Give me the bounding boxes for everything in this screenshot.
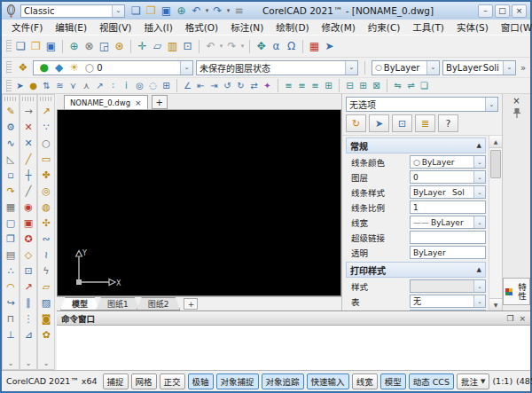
zoom-previous-icon[interactable]: Ω xyxy=(284,39,299,54)
line-scale-field[interactable]: 1 xyxy=(410,200,486,214)
tool-icon[interactable]: ∶ xyxy=(106,80,120,92)
tool-icon[interactable]: ⋮ xyxy=(20,310,36,326)
tool-icon[interactable]: ⇄ xyxy=(247,80,261,92)
tool-icon[interactable]: ✿ xyxy=(38,326,54,342)
refresh-selection-icon[interactable]: ↻ xyxy=(346,114,366,132)
tool-icon[interactable]: ✕ xyxy=(20,119,36,135)
scroll-up-icon[interactable]: ▲ xyxy=(489,136,502,148)
print-icon[interactable]: ⊕ xyxy=(66,39,82,54)
layer-combo[interactable]: 0⌄ xyxy=(410,170,486,184)
tool-icon[interactable]: ▱ xyxy=(38,279,54,295)
tool-icon[interactable]: ╱ xyxy=(20,151,36,167)
tool-icon[interactable]: ⋏ xyxy=(80,80,93,92)
save-icon[interactable]: ▣ xyxy=(159,4,174,19)
layout-tab-model[interactable]: 模型 xyxy=(60,297,99,310)
palette-close-icon[interactable]: × xyxy=(512,96,520,107)
tool-icon[interactable]: ✎ xyxy=(3,103,19,119)
tool-icon[interactable]: ∥ xyxy=(20,295,36,310)
selection-filter-combo[interactable]: 无选项 ⌄ xyxy=(346,97,498,112)
print-settings-icon[interactable]: ⊗ xyxy=(82,39,97,54)
tool-icon[interactable]: ⋎ xyxy=(66,80,80,92)
tool-icon[interactable]: ● xyxy=(27,80,40,92)
line-style-combo[interactable]: ByLayerSol⌄ xyxy=(410,185,486,199)
tool-icon[interactable]: ≡ xyxy=(295,80,309,92)
toolbar-grip[interactable] xyxy=(4,97,17,101)
tool-icon[interactable]: ▭ xyxy=(38,151,54,167)
command-float-icon[interactable]: ❐ xyxy=(506,314,513,323)
tool-icon[interactable]: ↗ xyxy=(38,103,54,119)
pan-icon[interactable]: ✥ xyxy=(254,39,269,54)
layer-on-icon[interactable]: ● xyxy=(36,60,51,75)
toolbar-overflow-icon[interactable]: ⌄ xyxy=(8,358,14,369)
tool-icon[interactable]: ∠ xyxy=(181,80,194,92)
help-icon[interactable]: ? xyxy=(438,114,458,132)
menu-format[interactable]: 格式(O) xyxy=(179,20,224,35)
undo-list-icon[interactable]: ▾ xyxy=(218,39,224,54)
tool-icon[interactable]: ⊞ xyxy=(356,80,370,92)
toggle-object-snap[interactable]: 对象捕捉 xyxy=(216,373,259,389)
tool-icon[interactable]: ▫ xyxy=(3,167,19,183)
menu-view[interactable]: 视图(V) xyxy=(93,20,137,35)
tool-icon[interactable]: ↻ xyxy=(234,80,247,92)
section-header-print-style[interactable]: 打印样式▲ xyxy=(346,262,486,278)
toggle-lineweight[interactable]: 线宽 xyxy=(352,373,378,389)
toolbar-grip[interactable] xyxy=(6,80,12,92)
add-layout-tab-button[interactable]: + xyxy=(184,298,198,310)
command-close-icon[interactable]: × xyxy=(519,314,526,323)
select-icon[interactable]: ➤ xyxy=(322,39,337,54)
tool-icon[interactable]: ≡ xyxy=(282,80,295,92)
tool-icon[interactable]: ✣ xyxy=(38,215,54,231)
zoom-dynamic-icon[interactable]: α xyxy=(269,39,284,54)
print-preview-icon[interactable]: ◲ xyxy=(97,39,112,54)
plot-type-value[interactable]: 无 xyxy=(410,310,486,310)
tool-icon[interactable]: ↪ xyxy=(3,295,19,310)
scrollbar-thumb[interactable] xyxy=(490,150,501,178)
menu-modify[interactable]: 修改(M) xyxy=(316,20,362,35)
workspace-selector[interactable]: Classic ⌄ xyxy=(20,4,125,18)
annotation-scale-button[interactable]: 批注 ▼ xyxy=(457,373,489,389)
minimize-button[interactable]: – xyxy=(478,4,493,18)
tool-icon[interactable]: ┼ xyxy=(20,167,36,183)
redo-dropdown-icon[interactable]: ▾ xyxy=(225,4,231,19)
tool-icon[interactable]: ▣ xyxy=(20,215,36,231)
menu-dimension[interactable]: 标注(N) xyxy=(224,20,270,35)
redo-icon[interactable]: ↷ xyxy=(210,4,225,19)
insert-icon[interactable]: ✛ xyxy=(135,39,150,54)
customize-icon[interactable]: ≡ xyxy=(231,4,246,19)
open-icon[interactable]: ❐ xyxy=(144,4,159,19)
layer-lock-icon[interactable]: ☀ xyxy=(66,60,82,75)
options-icon[interactable]: ▦ xyxy=(307,39,322,54)
tool-icon[interactable]: ⇅ xyxy=(40,80,53,92)
tool-icon[interactable]: ▢ xyxy=(3,215,19,231)
menu-constraints[interactable]: 约束(C) xyxy=(362,20,407,35)
menu-edit[interactable]: 编辑(E) xyxy=(49,20,93,35)
toggle-grid[interactable]: 网格 xyxy=(131,373,157,389)
toggle-snap[interactable]: 捕捉 xyxy=(103,373,129,389)
tool-icon[interactable]: ⊥ xyxy=(3,326,19,342)
menu-file[interactable]: 文件(F) xyxy=(5,20,49,35)
tool-icon[interactable]: ◙ xyxy=(38,310,54,326)
command-input-area[interactable] xyxy=(57,326,530,370)
tool-icon[interactable]: ⇌ xyxy=(404,80,418,92)
web-icon[interactable]: ⊕ xyxy=(174,4,189,19)
maximize-button[interactable]: □ xyxy=(495,4,510,18)
zoom-box-icon[interactable]: ⊡ xyxy=(180,39,195,54)
toolbar-overflow-icon[interactable]: ⌄ xyxy=(43,358,50,369)
scroll-down-icon[interactable]: ▼ xyxy=(489,298,502,310)
plot-style-combo[interactable]: ⌄ xyxy=(410,279,486,293)
tool-icon[interactable]: ⊿ xyxy=(20,326,36,342)
tool-icon[interactable]: ✤ xyxy=(38,167,54,183)
tool-icon[interactable]: ▨ xyxy=(38,295,54,310)
undo-icon[interactable]: ↶ xyxy=(189,4,204,19)
tool-icon[interactable]: ∴ xyxy=(3,263,19,279)
tool-icon[interactable]: ↺ xyxy=(221,80,234,92)
tool-icon[interactable]: ∿ xyxy=(3,135,19,151)
toolbar-grip[interactable] xyxy=(6,61,12,74)
section-header-general[interactable]: 常规▲ xyxy=(346,138,486,153)
layer-color-icon[interactable]: ○ xyxy=(82,60,97,75)
linestyle-combo[interactable]: ByLayer Soli ⌄ xyxy=(442,60,516,75)
tool-icon[interactable]: ◺ xyxy=(3,151,19,167)
tool-icon[interactable]: ❏ xyxy=(418,80,431,92)
color-combo[interactable]: ○ ByLayer ⌄ xyxy=(372,60,440,75)
line-weight-combo[interactable]: ——ByLayer⌄ xyxy=(410,216,486,229)
